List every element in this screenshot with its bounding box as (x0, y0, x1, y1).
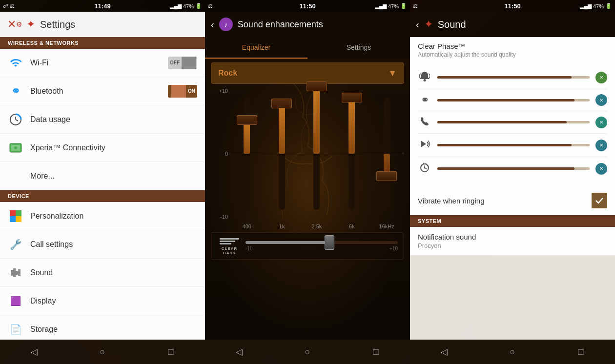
notification-sound-value: Procyon (418, 242, 607, 249)
headset-status-icon-3: ⚖ (413, 3, 418, 9)
sound-tabs: Equalizer Settings (205, 37, 410, 59)
freq-label-6k: 6k (334, 223, 369, 229)
vibrate-row[interactable]: Vibrate when ringing (410, 186, 615, 215)
clear-bass-text: CLEARBASS (222, 246, 238, 255)
sound-label: Sound (30, 268, 197, 277)
wifi-toggle[interactable]: OFF (168, 57, 197, 69)
bass-max-label: +10 (390, 246, 398, 251)
nav-back-3[interactable]: ◁ (432, 342, 456, 362)
bass-slider-thumb[interactable] (325, 235, 334, 250)
bluetooth-end-icon: ✕ (595, 94, 607, 106)
nav-bar-3: ◁ ○ □ (410, 340, 615, 364)
call-vol-icon (418, 116, 431, 128)
status-icons-left-3: ⚖ (413, 3, 418, 9)
nav-bar-2: ◁ ○ □ (205, 340, 410, 364)
settings-content[interactable]: WIRELESS & NETWORKS Wi-Fi OFF ⚭ Bluetoot… (0, 37, 205, 340)
sound-settings-title: Sound (438, 19, 466, 30)
settings-item-more[interactable]: More... (0, 162, 205, 190)
settings-item-storage[interactable]: 📄 Storage (0, 315, 205, 340)
eq-bar-25k-fill (313, 86, 320, 154)
more-label: More... (30, 172, 197, 181)
eq-handle-6k[interactable] (342, 93, 362, 102)
clear-bass-slider[interactable]: -10 +10 (246, 241, 398, 251)
svg-rect-10 (16, 271, 18, 275)
alarm-vol-icon (418, 162, 431, 175)
more-placeholder-icon (8, 168, 23, 184)
eq-handle-400[interactable] (237, 115, 257, 125)
settings-wrench-icon: ✕⚙ (8, 18, 21, 31)
dropdown-arrow-icon: ▼ (388, 68, 397, 79)
back-arrow-icon[interactable]: ‹ (211, 19, 214, 30)
preset-label: Rock (218, 69, 237, 78)
settings-item-call[interactable]: 🔧 Call settings (0, 230, 205, 259)
freq-label-1k: 1k (265, 223, 300, 229)
settings-item-personalization[interactable]: Personalization (0, 202, 205, 230)
svg-rect-11 (18, 269, 20, 276)
eq-scale-max: +10 (211, 88, 228, 94)
storage-icon: 📄 (8, 322, 23, 337)
freq-label-400: 400 (229, 223, 265, 229)
battery-icon-2: 🔋 (400, 3, 407, 9)
notification-sound-row[interactable]: Notification sound Procyon (410, 227, 615, 255)
svg-rect-7 (16, 216, 21, 222)
eq-handle-16k[interactable] (376, 171, 397, 181)
section-device: DEVICE (0, 190, 205, 202)
settings-item-display[interactable]: 🟪 Display (0, 287, 205, 315)
freq-label-16k: 16kHz (369, 223, 404, 229)
tab-equalizer[interactable]: Equalizer (205, 37, 308, 59)
sound-settings-content[interactable]: Clear Phase™ Automatically adjust the so… (410, 37, 615, 340)
eq-freq-labels: 400 1k 2.5k 6k 16kHz (205, 223, 410, 232)
settings-header: ✕⚙ ✦ Settings (0, 12, 205, 37)
alarm-slider[interactable] (437, 167, 590, 170)
bluetooth-slider[interactable] (437, 99, 590, 101)
data-usage-label: Data usage (30, 115, 197, 124)
volume-row-ringtone: ✕ (410, 66, 615, 89)
section-wireless: WIRELESS & NETWORKS (0, 37, 205, 49)
volume-row-call: ✕ (410, 111, 615, 133)
settings-item-wifi[interactable]: Wi-Fi OFF (0, 49, 205, 77)
volume-row-alarm: ✕ (410, 157, 615, 180)
battery-text-2: 47% (388, 3, 399, 9)
bluetooth-label: Bluetooth (30, 87, 161, 96)
eq-zero-line (229, 154, 404, 154)
call-slider[interactable] (437, 121, 590, 123)
bass-min-label: -10 (246, 246, 252, 251)
eq-handle-25k[interactable] (307, 81, 327, 91)
notification-sound-label: Notification sound (418, 233, 607, 241)
settings-item-xperia[interactable]: Xperia™ Connectivity (0, 134, 205, 162)
svg-rect-5 (16, 210, 21, 216)
clear-bass-lines-icon (220, 237, 239, 245)
preset-selector[interactable]: Rock ▼ (211, 62, 404, 84)
media-slider[interactable] (437, 144, 590, 146)
settings-panel: ☍ ⚖ 11:49 ▂▄▆ 47% 🔋 ✕⚙ ✦ Settings WIRELE… (0, 0, 205, 364)
vibrate-checkbox[interactable] (592, 193, 607, 208)
sound-back-arrow-icon[interactable]: ‹ (416, 19, 419, 30)
nav-recent-1[interactable]: □ (159, 342, 183, 362)
sound-settings-header: ‹ ✦ Sound (410, 12, 615, 37)
status-icons-left-2: ⚖ (208, 3, 213, 9)
clear-bass-logo: CLEARBASS (217, 237, 242, 255)
status-time-2: 11:50 (299, 2, 315, 10)
nav-back-1[interactable]: ◁ (22, 342, 46, 362)
ringtone-slider[interactable] (437, 76, 590, 79)
settings-item-bluetooth[interactable]: ⚭ Bluetooth ON (0, 77, 205, 105)
data-usage-icon (8, 112, 23, 127)
nav-home-1[interactable]: ○ (90, 342, 115, 362)
tab-settings[interactable]: Settings (308, 37, 410, 59)
eq-handle-1k[interactable] (271, 99, 292, 108)
sound-header-icon: ♪ (219, 18, 233, 31)
nav-recent-3[interactable]: □ (569, 342, 593, 362)
nav-back-2[interactable]: ◁ (227, 342, 251, 362)
call-icon: 🔧 (8, 237, 23, 252)
eq-bar-400-fill (244, 120, 250, 154)
bluetooth-toggle[interactable]: ON (168, 85, 197, 98)
settings-item-data-usage[interactable]: Data usage (0, 105, 205, 134)
status-icons-left-1: ☍ ⚖ (3, 3, 15, 9)
nav-home-2[interactable]: ○ (295, 342, 320, 362)
nav-recent-2[interactable]: □ (364, 342, 388, 362)
storage-label: Storage (30, 325, 197, 334)
settings-item-sound[interactable]: Sound (0, 259, 205, 287)
system-section-bar: SYSTEM (410, 215, 615, 227)
nav-home-3[interactable]: ○ (500, 342, 525, 362)
eq-bar-6k-fill (348, 98, 355, 154)
